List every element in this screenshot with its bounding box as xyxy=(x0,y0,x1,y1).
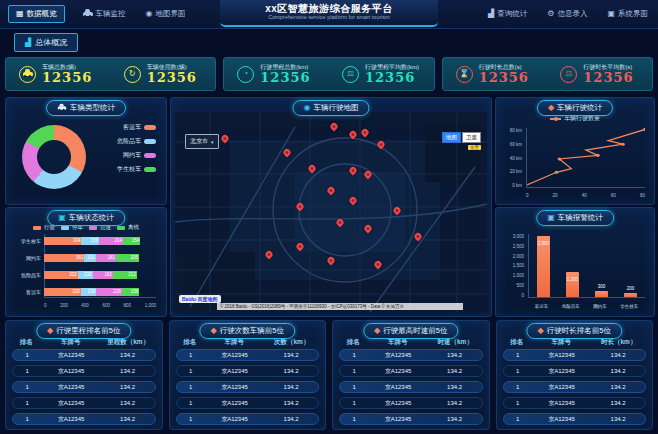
data-point[interactable] xyxy=(596,154,600,157)
bar[interactable] xyxy=(624,293,637,297)
bar-column: 300 xyxy=(594,234,610,297)
data-point[interactable] xyxy=(621,143,625,146)
page-title: xx区智慧旅游综合服务平台 xyxy=(220,3,438,14)
bar[interactable] xyxy=(595,291,608,297)
map-canvas[interactable]: 北京市 ▾ 地图 卫星 全景 Baidu·百度地图 © 2018 Baidu -… xyxy=(175,112,487,312)
stat-card: ◔行驶里程总数(km)12356 xyxy=(224,58,329,90)
hbar-segment[interactable]: 182 xyxy=(93,271,113,279)
hbar-segment[interactable]: 101 xyxy=(84,254,95,262)
panorama-button[interactable]: 全景 xyxy=(468,145,481,150)
tick-label: 0 km xyxy=(512,183,522,188)
tick-label: 500 xyxy=(516,283,524,288)
table-cell: 134.2 xyxy=(428,384,482,390)
data-point[interactable] xyxy=(558,157,562,160)
nav-item-right-0[interactable]: ▟查询统计 xyxy=(486,6,529,22)
panel-title: 车辆行驶地图 xyxy=(313,103,358,113)
map-type-map-button[interactable]: 地图 xyxy=(442,132,461,143)
table-row: 1京A12345134.2 xyxy=(12,349,156,361)
map-attribution: © 2018 Baidu - GS(2016)2089号 - 甲测资字11100… xyxy=(217,303,463,310)
subnav-tab[interactable]: ▟ 总体概况 xyxy=(14,33,78,52)
column-header: 次数（km） xyxy=(264,338,319,347)
tick-label: 3,000 xyxy=(513,234,524,239)
tick-label: 0 xyxy=(526,193,529,198)
hbar-segment[interactable]: 181 xyxy=(96,254,116,262)
table-row: 1京A12345134.2 xyxy=(339,381,483,393)
column-header: 车牌号 xyxy=(531,338,591,347)
table-cell: 京A12345 xyxy=(368,415,427,424)
hbar-segment[interactable]: 302 xyxy=(44,271,78,279)
city-selector[interactable]: 北京市 ▾ xyxy=(185,134,219,149)
tick-label: 1,000 xyxy=(145,303,156,308)
map-type-satellite-button[interactable]: 卫星 xyxy=(462,132,481,143)
column-header: 排名 xyxy=(12,338,41,347)
donut-chart[interactable] xyxy=(22,125,86,189)
nav-item-right-2[interactable]: ▣系统界面 xyxy=(605,6,650,22)
tick-label: 1,000 xyxy=(513,273,524,278)
panel-title-pill: ◆ 车辆行驶统计 xyxy=(537,100,613,116)
column-header: 里程数（km） xyxy=(101,338,156,347)
stat-text: 车辆总数(辆)12356 xyxy=(42,64,92,84)
table-row: 1京A12345134.2 xyxy=(503,413,647,425)
column-header: 排名 xyxy=(339,338,368,347)
table-cell: 1 xyxy=(13,416,41,422)
bar-value-label: 200 xyxy=(623,286,639,291)
table-header-row: 排名车牌号次数（km） xyxy=(176,338,320,347)
hbar-segment[interactable]: 132 xyxy=(78,271,93,279)
data-point[interactable] xyxy=(555,171,559,174)
table-cell: 1 xyxy=(340,400,368,406)
scale-icon: ⚖ xyxy=(347,70,354,78)
tick-label: 2,500 xyxy=(513,244,524,249)
title-box: xx区智慧旅游综合服务平台 Comprehensive service plat… xyxy=(220,0,438,27)
hbar-segment[interactable]: 328 xyxy=(44,288,81,296)
hbar-track: 334158214154 xyxy=(44,237,156,245)
hbar-segment[interactable]: 138 xyxy=(81,288,96,296)
legend-label: 网约车 xyxy=(123,151,141,160)
hbar-segment[interactable]: 361 xyxy=(44,254,84,262)
hbar-segment[interactable]: 205 xyxy=(116,254,139,262)
table-row: 1京A12345134.2 xyxy=(176,381,320,393)
table-cell: 134.2 xyxy=(101,384,155,390)
legend-item[interactable]: 网约车 xyxy=(117,151,156,160)
hbar-segment[interactable]: 214 xyxy=(99,237,123,245)
table-row: 1京A12345134.2 xyxy=(176,413,320,425)
stat-card: ↻车辆使用数(辆)12356 xyxy=(111,58,216,90)
table-body: 1京A12345134.21京A12345134.21京A12345134.21… xyxy=(176,349,320,425)
table-cell: 134.2 xyxy=(101,368,155,374)
nav-item-label: 信息录入 xyxy=(557,9,587,19)
legend-item[interactable]: 学生校车 xyxy=(117,165,156,174)
legend-item[interactable]: 危险品车 xyxy=(117,137,156,146)
bar-chart-icon: ▟ xyxy=(488,10,494,18)
nav-item-left-2[interactable]: ◉地图界面 xyxy=(144,6,188,22)
stat-group-1: ◔行驶里程总数(km)12356⚖行驶里程平均数(km)12356 xyxy=(223,57,434,91)
bar[interactable] xyxy=(566,272,579,297)
legend-item[interactable]: 客运车 xyxy=(117,123,156,132)
refresh-icon: ↻ xyxy=(129,70,136,78)
shield-icon: ▣ xyxy=(58,214,66,222)
nav-item-right-1[interactable]: ⚙信息录入 xyxy=(545,6,589,22)
hbar-row: 危险品车302132182212 xyxy=(14,270,156,279)
hbar-segment[interactable]: 228 xyxy=(96,288,122,296)
map-type-controls: 地图 卫星 全景 xyxy=(435,132,481,150)
bar-category-label: 学生校车 xyxy=(620,304,638,309)
hbar-segment[interactable]: 158 xyxy=(81,237,99,245)
nav-item-label: 车辆监控 xyxy=(96,9,126,19)
nav-item-left-0[interactable]: ▦数据概览 xyxy=(8,5,65,23)
panel-title: 行驶次数车辆前5位 xyxy=(220,326,284,336)
vehicle-type-legend: 客运车危险品车网约车学生校车 xyxy=(117,123,156,174)
diamond-icon: ◆ xyxy=(538,327,544,335)
donut-hole xyxy=(37,140,71,174)
hbar-segment[interactable]: 334 xyxy=(44,237,81,245)
hbar-segment[interactable]: 212 xyxy=(113,271,137,279)
table-cell: 1 xyxy=(177,416,205,422)
tick-label: 80 km xyxy=(510,128,522,133)
legend-swatch xyxy=(61,226,69,230)
hbar-segment[interactable]: 154 xyxy=(123,237,140,245)
nav-item-left-1[interactable]: 车辆监控 xyxy=(81,6,128,22)
table-cell: 134.2 xyxy=(428,368,482,374)
table-row: 1京A12345134.2 xyxy=(12,397,156,409)
panel-map: ◉ 车辆行驶地图 xyxy=(170,97,492,317)
hbar-segment[interactable]: 156 xyxy=(122,288,139,296)
legend-swatch xyxy=(144,125,156,130)
panel-title: 行驶里程排名前5位 xyxy=(56,326,120,336)
table-cell: 1 xyxy=(13,352,41,358)
